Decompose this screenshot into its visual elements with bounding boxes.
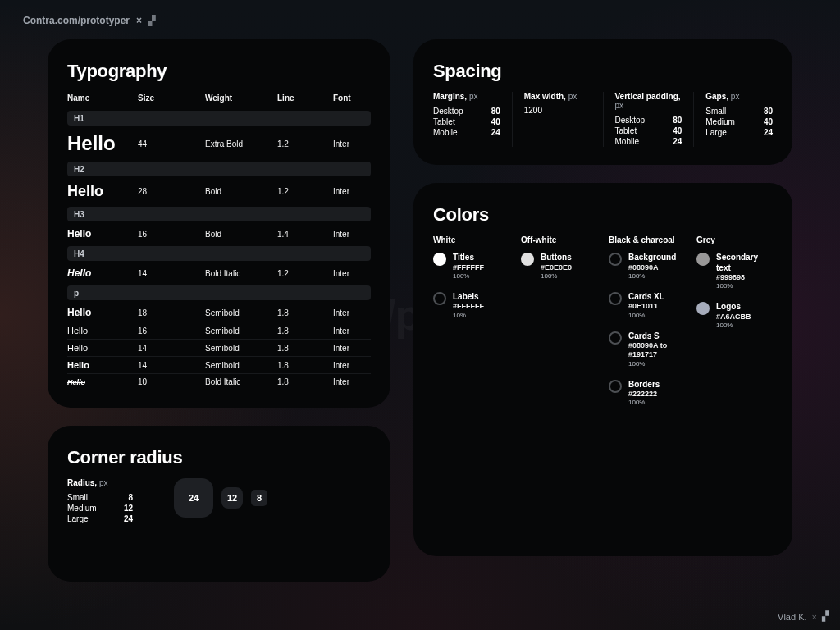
color-group: Off-whiteButtons#E0E0E0100% [521,235,597,418]
sample-name: Hello [67,343,138,353]
radius-label: Radius, px [67,478,133,487]
typography-columns: Name Size Weight Line Font [67,92,371,107]
col-name: Name [67,94,138,103]
sample-weight: Bold [205,187,277,196]
sample-weight: Semibold [205,361,277,370]
color-swatch: Titles#FFFFFF100% [433,253,509,281]
swatch-hex: #222222 [628,390,660,399]
sample-font: Inter [333,139,372,148]
color-swatch: Cards XL#0E1011100% [609,292,685,320]
swatch-opacity: 100% [541,272,572,281]
spacing-group: Max width, px1200 [513,92,604,147]
swatch-dot [609,292,622,305]
color-swatch: Secondary text#999898100% [696,253,773,290]
sample-weight: Bold Italic [205,269,277,278]
sample-name: Hello [67,326,138,336]
sample-size: 16 [138,230,205,239]
spacing-group: Gaps, pxSmall80Medium40Large24 [694,92,773,147]
card-title: Corner radius [67,447,371,468]
type-row: Hello28Bold1.2Inter [67,180,371,203]
spacing-row: Small80 [705,106,773,116]
sample-weight: Extra Bold [205,139,277,148]
swatch-name: Background [628,253,676,263]
sample-line: 1.8 [277,377,333,386]
sample-line: 1.2 [277,187,333,196]
type-row: Hello16Bold1.4Inter [67,225,371,243]
swatch-name: Secondary text [716,253,773,273]
sample-size: 28 [138,187,205,196]
col-size: Size [138,94,205,103]
sample-font: Inter [333,187,372,196]
sample-line: 1.4 [277,230,333,239]
swatch-name: Borders [628,380,660,390]
spacing-group: Vertical padding, pxDesktop80Tablet40Mob… [604,92,695,147]
swatch-opacity: 100% [628,399,660,407]
swatch-dot [609,380,622,393]
sample-font: Inter [333,361,372,370]
swatch-hex: #0E1011 [628,302,664,311]
swatch-dot [696,302,710,315]
color-group-title: Off-white [521,235,597,244]
sample-weight: Semibold [205,308,277,317]
type-tag: H3 [67,207,371,221]
sample-name: Hello [67,307,138,318]
type-row: Hello44Extra Bold1.2Inter [67,129,371,158]
spacing-value: 1200 [524,106,591,115]
spacing-label: Vertical padding, px [615,92,682,110]
sample-name: Hello [67,378,138,386]
color-swatch: Background#08090A100% [609,253,685,281]
sample-line: 1.2 [277,139,333,148]
color-swatch: Labels#FFFFFF10% [433,292,509,320]
framer-icon: ▞ [148,16,155,26]
swatch-dot [609,331,622,345]
swatch-name: Titles [453,253,484,263]
sample-size: 14 [138,361,205,370]
footer-sep: × [812,612,817,622]
card-title: Typography [67,61,371,82]
spacing-row: Desktop80 [615,115,682,126]
author-name: Vlad K. [778,612,806,622]
color-swatch: Buttons#E0E0E0100% [521,253,597,281]
sample-size: 18 [138,308,205,317]
color-swatch: Cards S#08090A to #191717100% [609,331,685,368]
color-group: Black & charcoalBackground#08090A100%Car… [609,235,685,418]
spacing-label: Margins, px [433,92,500,101]
swatch-dot [696,253,710,266]
spacing-label: Max width, px [524,92,591,101]
breadcrumb: Contra.com/prototyper × ▞ [0,0,840,31]
color-group: GreySecondary text#999898100%Logos#A6ACB… [696,235,773,418]
spacing-row: Mobile24 [433,127,500,138]
col-weight: Weight [205,94,277,103]
color-group-title: White [433,235,509,244]
spacing-label: Gaps, px [705,92,773,101]
swatch-opacity: 100% [628,312,664,320]
type-row: Hello18Semibold1.8Inter [67,304,371,322]
colors-card: Colors WhiteTitles#FFFFFF100%Labels#FFFF… [413,183,792,556]
sample-font: Inter [333,269,372,278]
typography-card: Typography Name Size Weight Line Font H1… [48,39,390,408]
framer-icon: ▞ [822,611,829,622]
sample-name: Hello [67,228,138,240]
sample-name: Hello [67,183,138,200]
sample-size: 10 [138,377,205,386]
swatch-name: Cards S [628,331,685,342]
color-group-title: Grey [696,235,773,244]
radius-chip: 24 [174,478,213,518]
card-title: Spacing [433,61,773,82]
sample-font: Inter [333,377,372,386]
sample-line: 1.8 [277,361,333,370]
col-line: Line [277,94,333,103]
radius-list: Radius, px Small8Medium12Large24 [67,478,133,524]
spacing-group: Margins, pxDesktop80Tablet40Mobile24 [433,92,513,147]
swatch-opacity: 10% [453,312,484,320]
swatch-dot [609,253,622,266]
type-row: Hello10Bold Italic1.8Inter [67,373,371,390]
breadcrumb-sep: × [136,15,142,26]
spacing-row: Medium40 [705,116,773,127]
radius-chips: 24128 [174,478,267,518]
col-font: Font [333,94,372,103]
swatch-name: Buttons [541,253,572,263]
spacing-row: Large24 [705,127,773,138]
sample-size: 16 [138,326,205,336]
type-tag: H1 [67,111,371,126]
